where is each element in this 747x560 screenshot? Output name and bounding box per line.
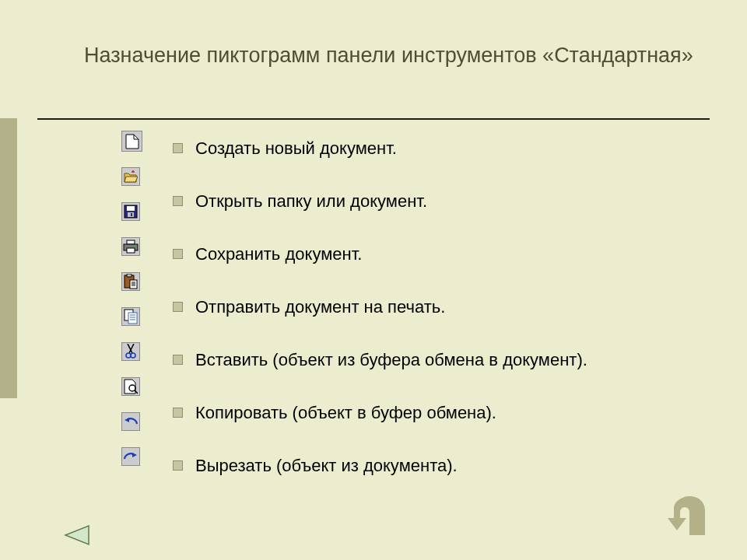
bullet-icon [173,143,183,153]
svg-rect-5 [127,240,135,244]
previous-slide-button[interactable] [62,524,90,546]
bullet-icon [173,249,183,259]
list-item: Копировать (объект в буфер обмена). [173,403,587,423]
save-icon [121,202,140,221]
print-preview-icon [121,377,140,396]
svg-marker-28 [132,453,137,457]
svg-rect-10 [127,274,132,277]
list-item: Вырезать (объект из документа). [173,456,587,476]
svg-marker-27 [124,418,129,422]
svg-marker-29 [65,526,89,544]
bullet-icon [173,196,183,206]
copy-icon [121,307,140,326]
svg-marker-30 [668,518,686,530]
list-item: Отправить документ на печать. [173,297,587,317]
list-item-label: Открыть папку или документ. [195,191,427,212]
bullet-icon [173,408,183,418]
new-document-icon [121,131,142,152]
decorative-sidebar [0,118,17,398]
list-item: Создать новый документ. [173,138,587,159]
back-button[interactable] [663,496,714,540]
list-item: Вставить (объект из буфера обмена в доку… [173,350,587,370]
svg-rect-4 [131,213,132,216]
list-item-label: Сохранить документ. [195,244,362,264]
list-item: Сохранить документ. [173,244,587,264]
svg-marker-0 [126,135,139,149]
open-folder-icon [121,167,140,186]
list-item-label: Копировать (объект в буфер обмена). [195,403,496,423]
svg-point-22 [126,353,131,358]
description-list: Создать новый документ. Открыть папку ил… [173,138,587,509]
title-underline [37,118,710,120]
list-item: Открыть папку или документ. [173,191,587,212]
svg-point-8 [135,245,136,247]
list-item-label: Отправить документ на печать. [195,297,445,317]
redo-icon [121,447,140,466]
svg-rect-16 [128,313,137,324]
print-icon [121,237,140,256]
undo-icon [121,412,140,431]
list-item-label: Вставить (объект из буфера обмена в доку… [195,350,587,370]
toolbar-icon-column [121,131,145,482]
svg-rect-7 [127,248,135,253]
bullet-icon [173,460,183,471]
list-item-label: Вырезать (объект из документа). [195,456,458,476]
slide-title: Назначение пиктограмм панели инструменто… [84,44,693,68]
list-item-label: Создать новый документ. [195,138,397,159]
bullet-icon [173,355,183,365]
paste-icon [121,272,140,291]
svg-rect-2 [127,206,135,211]
bullet-icon [173,302,183,312]
svg-point-23 [131,353,135,358]
cut-icon [121,342,140,361]
